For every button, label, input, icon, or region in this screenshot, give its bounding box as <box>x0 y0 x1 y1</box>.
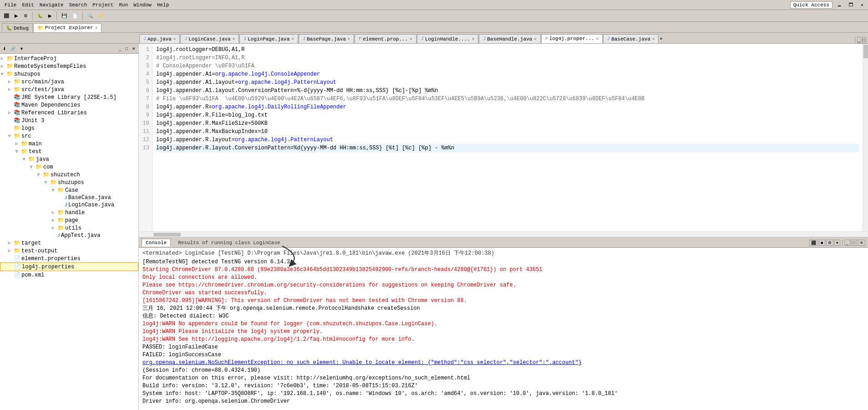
console-clear-btn[interactable]: ⬛ <box>809 240 818 246</box>
project-explorer-close[interactable]: ✕ <box>95 26 97 31</box>
tab-close-basecase[interactable]: ✕ <box>652 36 655 41</box>
panel-max-btn[interactable]: □ <box>124 46 130 52</box>
code-content[interactable]: log4j.rootLogger=DEBUG,A1,R #log4j.rootL… <box>152 44 863 231</box>
toolbar-perspective-btn[interactable]: ⚡ <box>96 12 106 19</box>
panel-menu-btn[interactable]: ▼ <box>18 46 25 52</box>
panel-min-btn[interactable]: _ <box>117 46 123 52</box>
tab-close-element[interactable]: ✕ <box>410 36 412 41</box>
menu-search[interactable]: Search <box>66 1 90 9</box>
tab-loginhandle[interactable]: J LoginHandle.... ✕ <box>417 34 478 43</box>
tab-close-log4j[interactable]: ✕ <box>596 36 599 41</box>
tree-item-src[interactable]: ▽ 📁 src <box>0 132 138 140</box>
editor-scrollbar-v[interactable] <box>863 44 868 231</box>
tab-close-basehandle[interactable]: ✕ <box>534 36 536 41</box>
console-more-btn[interactable]: ⚙ <box>826 240 833 246</box>
tree-item-junit[interactable]: ▷ 📚 JUnit 3 <box>0 117 138 124</box>
tree-item-case[interactable]: ▽ 📁 Case <box>0 186 138 194</box>
tab-element-prop[interactable]: P element.prop... ✕ <box>355 34 416 43</box>
console-msg-13[interactable]: org.openqa.selenium.NoSuchElementExcepti… <box>142 359 864 367</box>
tree-item-java[interactable]: ▽ 📁 java <box>0 155 138 163</box>
project-explorer-perspective-tab[interactable]: 📁 Project Explorer ✕ <box>33 23 102 32</box>
results-tab[interactable]: Results of running class LoginCase <box>174 239 284 246</box>
toolbar-btn-3[interactable]: ⚙ <box>22 12 30 19</box>
toolbar-new-btn[interactable]: 📄 <box>71 12 80 19</box>
tab-close-app[interactable]: ✕ <box>173 36 176 41</box>
console-min-btn[interactable]: _ <box>844 240 850 246</box>
menu-edit[interactable]: Edit <box>19 1 36 9</box>
tab-basecase[interactable]: J BaseCase.java ✕ <box>603 34 659 43</box>
console-close-btn[interactable]: ✕ <box>858 240 865 246</box>
window-close[interactable]: ✕ <box>858 1 866 9</box>
menu-file[interactable]: File <box>2 1 19 9</box>
collapse-all-btn[interactable]: ⬇ <box>1 46 8 52</box>
toolbar-btn-2[interactable]: ▶ <box>13 12 20 19</box>
code-line-7: # File \u8F93\u51FA \u4E00\u5929\u4E00\u… <box>156 95 859 103</box>
editor-area: 12345 678910 111213 log4j.rootLogger=DEB… <box>139 44 868 237</box>
tree-item-main[interactable]: ▷ 📁 main <box>0 140 138 148</box>
tab-basepage-java[interactable]: J BasePage.java ✕ <box>299 34 354 43</box>
tree-item-apptest[interactable]: ▷ J AppTest.java <box>0 232 138 239</box>
tab-logincase-java[interactable]: J LoginCase.java ✕ <box>180 34 239 43</box>
tab-basehandle[interactable]: J BaseHandle.java ✕ <box>479 34 540 43</box>
tree-item-maven[interactable]: ▷ 📚 Maven Dependencies <box>0 101 138 109</box>
tab-app-java[interactable]: J App.java ✕ <box>139 34 180 43</box>
link-editor-btn[interactable]: 🔗 <box>9 46 17 52</box>
tab-overflow[interactable]: » <box>659 35 663 43</box>
menu-help[interactable]: Help <box>154 1 172 9</box>
menu-project[interactable]: Project <box>90 1 116 9</box>
tab-loginpage-java[interactable]: J LoginPage.java ✕ <box>239 34 298 43</box>
console-content[interactable]: <terminated> LoginCase [TestNG] D:\Progr… <box>139 248 868 410</box>
toolbar-save-btn[interactable]: 💾 <box>60 12 69 19</box>
tab-close-logincase[interactable]: ✕ <box>233 36 235 41</box>
toolbar-search-btn[interactable]: 🔍 <box>86 12 95 19</box>
tree-item-handle[interactable]: ▷ 📁 handle <box>0 209 138 216</box>
console-max-btn[interactable]: □ <box>851 240 857 246</box>
editor-content[interactable]: 12345 678910 111213 log4j.rootLogger=DEB… <box>139 44 868 231</box>
editor-max-btn[interactable]: □ <box>862 37 866 43</box>
tab-log4j-prop[interactable]: P log4j.proper... ✕ <box>541 34 603 43</box>
label-apptest: AppTest.java <box>61 232 100 239</box>
tree-item-shuzupos[interactable]: ▽ 📁 shuzupos <box>0 70 138 78</box>
tree-item-target[interactable]: ▷ 📁 target <box>0 239 138 247</box>
console-tab[interactable]: Console <box>142 239 171 246</box>
tree-item-testoutput[interactable]: ▷ 📁 test-output <box>0 247 138 255</box>
tree-item-basecase[interactable]: ▷ J BaseCase.java <box>0 194 138 201</box>
console-stop-btn[interactable]: ■ <box>819 240 825 246</box>
tree-item-src-main[interactable]: ▷ 📁 src/main/java <box>0 78 138 86</box>
tree-item-test[interactable]: ▽ 📁 test <box>0 148 138 155</box>
quick-access-field[interactable]: Quick Access <box>790 1 832 9</box>
tree-item-logincase[interactable]: ▷ J LoginCase.java <box>0 201 138 209</box>
tree-item-logs[interactable]: ▷ 📁 logs <box>0 124 138 132</box>
window-maximize[interactable]: 🗖 <box>846 1 856 9</box>
toolbar-btn-1[interactable]: ⬛ <box>2 12 11 19</box>
menu-navigate[interactable]: Navigate <box>37 1 66 9</box>
tree-item-com[interactable]: ▽ 📁 com <box>0 163 138 171</box>
tree-item-remotesystems[interactable]: ▷ 📁 RemoteSystemsTempFiles <box>0 62 138 70</box>
tree-item-interfaceproj[interactable]: ▷ 📁 InterfaceProj <box>0 55 138 62</box>
tree-item-pom[interactable]: ▷ 📄 pom.xml <box>0 271 138 279</box>
tree-item-shuzutech[interactable]: ▽ 📁 shuzutech <box>0 171 138 179</box>
debug-perspective-tab[interactable]: 🐛 Debug <box>2 23 33 32</box>
tab-close-basepage[interactable]: ✕ <box>348 36 350 41</box>
tab-close-loginpage[interactable]: ✕ <box>292 36 294 41</box>
tree-item-jre[interactable]: ▷ 📚 JRE System Library [J2SE-1.5] <box>0 93 138 101</box>
menu-run[interactable]: Run <box>116 1 131 9</box>
tree-item-src-test[interactable]: ▷ 📁 src/test/java <box>0 86 138 93</box>
tree-item-shuzupos2[interactable]: ▽ 📁 shuzupos <box>0 179 138 186</box>
tree-item-element-prop[interactable]: ▷ 📄 element.properties <box>0 255 138 262</box>
console-menu-btn[interactable]: ▾ <box>834 240 840 246</box>
menu-window[interactable]: Window <box>131 1 154 9</box>
toolbar-run-btn[interactable]: ▶ <box>46 12 54 19</box>
panel-close-btn[interactable]: ✕ <box>130 46 137 52</box>
tree-item-log4j[interactable]: ▷ 📄 log4j.properties <box>0 262 138 271</box>
editor-h-thumb[interactable] <box>153 233 181 236</box>
toolbar-debug-btn[interactable]: 🐛 <box>36 12 45 19</box>
editor-scrollbar-h[interactable] <box>139 231 868 237</box>
editor-min-btn[interactable]: _ <box>857 37 861 43</box>
tab-close-loginhandle[interactable]: ✕ <box>472 36 474 41</box>
tree-item-utils[interactable]: ▷ 📁 utils <box>0 224 138 232</box>
window-minimize[interactable]: 🗕 <box>834 1 844 9</box>
tree-item-page[interactable]: ▷ 📁 page <box>0 216 138 224</box>
editor-scrollbar-thumb[interactable] <box>863 45 868 58</box>
tree-item-reflibs[interactable]: ▷ 📚 Referenced Libraries <box>0 109 138 117</box>
